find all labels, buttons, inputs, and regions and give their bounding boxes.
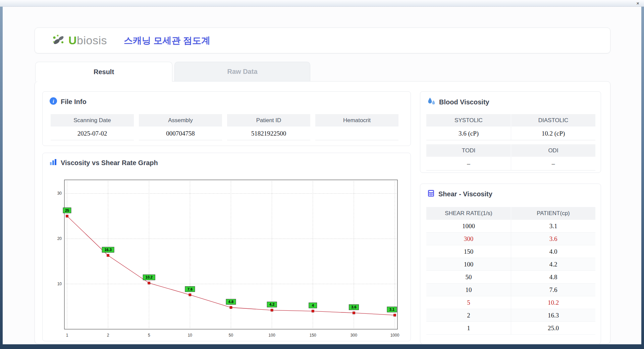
field-value: [315, 127, 398, 140]
file-info-panel: i File Info Scanning Date 2025-07-02 Ass…: [42, 91, 411, 146]
svg-text:10: 10: [57, 282, 62, 286]
bv-value-row-1: 3.6 (cP) 10.2 (cP): [426, 127, 595, 140]
field-value: 000704758: [139, 127, 222, 140]
odi-value: –: [511, 157, 595, 170]
file-info-title: File Info: [61, 98, 87, 106]
diastolic-label: DIASTOLIC: [511, 114, 595, 127]
shear-viscosity-row: 10003.1: [426, 220, 595, 233]
field-value: 2025-07-02: [51, 127, 134, 140]
logo-text: Ubiosis: [68, 34, 107, 47]
patient-column-header: PATIENT(cp): [511, 207, 595, 220]
shear-viscosity-row: 510.2: [426, 296, 595, 309]
field-label: Hematocrit: [315, 114, 398, 127]
field-patient-id: Patient ID 51821922500: [227, 114, 310, 140]
odi-label: ODI: [511, 144, 595, 157]
shear-rate-value: 50: [426, 271, 511, 284]
shear-rate-value: 150: [426, 245, 511, 258]
page-title: 스캐닝 모세관 점도계: [124, 35, 210, 47]
blood-viscosity-table: SYSTOLIC DIASTOLIC 3.6 (cP) 10.2 (cP) TO…: [426, 114, 595, 170]
field-label: Scanning Date: [51, 114, 134, 127]
bv-header-row-2: TODI ODI: [426, 144, 595, 157]
window-titlebar: ×: [0, 0, 644, 7]
field-scanning-date: Scanning Date 2025-07-02: [51, 114, 134, 140]
field-label: Assembly: [139, 114, 222, 127]
blood-viscosity-header: Blood Viscosity: [427, 97, 489, 107]
svg-text:50: 50: [229, 333, 233, 338]
svg-text:300: 300: [351, 333, 357, 338]
shear-rate-value: 1000: [426, 220, 511, 233]
shear-viscosity-row: 1504.0: [426, 245, 595, 258]
todi-label: TODI: [426, 144, 511, 157]
shear-viscosity-row: 107.6: [426, 284, 595, 296]
file-info-header: i File Info: [49, 97, 87, 107]
patient-viscosity-value: 4.2: [511, 258, 595, 271]
svg-text:5: 5: [148, 333, 150, 338]
leaf-logo-icon: [52, 34, 66, 47]
shear-rate-column-header: SHEAR RATE(1/s): [426, 207, 511, 220]
shear-viscosity-row: 125.0: [426, 322, 595, 335]
todi-value: –: [426, 157, 511, 170]
patient-viscosity-value: 3.6: [511, 233, 595, 245]
svg-text:20: 20: [57, 236, 62, 241]
svg-text:3.1: 3.1: [389, 307, 394, 311]
svg-text:10: 10: [188, 333, 193, 338]
svg-text:3.6: 3.6: [351, 305, 356, 309]
info-icon: i: [49, 97, 57, 107]
app-window: Ubiosis 스캐닝 모세관 점도계 Result Raw Data i Fi…: [3, 7, 641, 344]
shear-viscosity-row: 3003.6: [426, 233, 595, 245]
ubiosis-logo: Ubiosis: [52, 34, 107, 47]
svg-text:7.6: 7.6: [187, 287, 193, 291]
droplets-icon: [427, 97, 436, 107]
divider: [426, 140, 595, 144]
svg-text:1000: 1000: [390, 333, 399, 338]
calculator-icon: [427, 189, 435, 199]
shear-rate-value: 300: [426, 233, 511, 245]
screen: { "window": { "close_icon": "×" }, "head…: [0, 0, 644, 349]
svg-text:10.2: 10.2: [146, 275, 153, 279]
sv-rows: 10003.13003.61504.01004.2504.8107.6510.2…: [426, 220, 595, 335]
tab-raw-data-label: Raw Data: [227, 68, 257, 76]
blood-viscosity-title: Blood Viscosity: [439, 98, 489, 106]
sv-header-row: SHEAR RATE(1/s) PATIENT(cp): [426, 207, 595, 220]
bv-header-row-1: SYSTOLIC DIASTOLIC: [426, 114, 595, 127]
shear-viscosity-row: 1004.2: [426, 258, 595, 271]
systolic-value: 3.6 (cP): [426, 127, 511, 140]
patient-viscosity-value: 3.1: [511, 220, 595, 233]
svg-text:4: 4: [312, 303, 314, 307]
tab-result[interactable]: Result: [35, 62, 172, 82]
svg-text:4.8: 4.8: [228, 300, 233, 304]
patient-viscosity-value: 7.6: [511, 284, 595, 296]
viscosity-chart: 125105010015030010001020302516.310.27.64…: [43, 153, 411, 341]
field-label: Patient ID: [227, 114, 310, 127]
patient-viscosity-value: 10.2: [511, 296, 595, 309]
svg-text:150: 150: [310, 333, 316, 338]
shear-viscosity-table: SHEAR RATE(1/s) PATIENT(cp) 10003.13003.…: [426, 207, 595, 335]
svg-text:1: 1: [66, 333, 68, 338]
blood-viscosity-panel: Blood Viscosity SYSTOLIC DIASTOLIC 3.6 (…: [420, 91, 601, 173]
close-icon[interactable]: ×: [635, 0, 641, 7]
graph-panel: Viscosity vs Shear Rate Graph 1251050100…: [42, 153, 411, 341]
patient-viscosity-value: 4.0: [511, 245, 595, 258]
file-info-fields: Scanning Date 2025-07-02 Assembly 000704…: [51, 114, 398, 140]
svg-text:2: 2: [107, 333, 109, 338]
shear-rate-value: 1: [426, 322, 511, 335]
shear-viscosity-title: Shear - Viscosity: [438, 190, 492, 198]
shear-viscosity-row: 504.8: [426, 271, 595, 284]
svg-text:16.3: 16.3: [104, 248, 111, 252]
patient-viscosity-value: 4.8: [511, 271, 595, 284]
field-value: 51821922500: [227, 127, 310, 140]
diastolic-value: 10.2 (cP): [511, 127, 595, 140]
field-hematocrit: Hematocrit: [315, 114, 398, 140]
shear-viscosity-row: 216.3: [426, 309, 595, 322]
svg-text:4.2: 4.2: [269, 302, 274, 306]
shear-rate-value: 100: [426, 258, 511, 271]
shear-rate-value: 5: [426, 296, 511, 309]
header-card: Ubiosis 스캐닝 모세관 점도계: [35, 28, 610, 53]
svg-text:25: 25: [65, 208, 69, 212]
patient-viscosity-value: 25.0: [511, 322, 595, 335]
shear-rate-value: 10: [426, 284, 511, 296]
tab-raw-data[interactable]: Raw Data: [174, 62, 310, 81]
patient-viscosity-value: 16.3: [511, 309, 595, 322]
svg-text:30: 30: [57, 191, 62, 196]
field-assembly: Assembly 000704758: [139, 114, 222, 140]
